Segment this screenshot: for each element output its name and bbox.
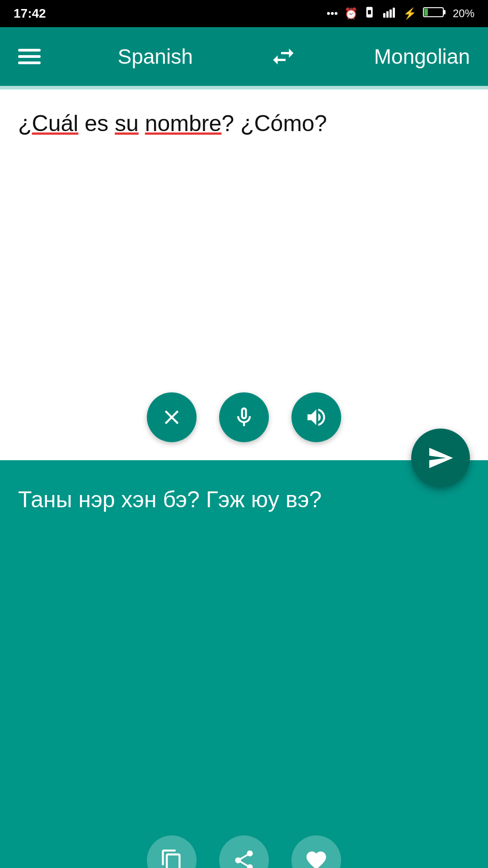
speak-button[interactable] <box>291 392 341 442</box>
svg-rect-4 <box>389 9 392 18</box>
sim-icon <box>364 6 377 21</box>
svg-rect-3 <box>386 11 389 18</box>
svg-rect-2 <box>383 13 385 18</box>
word-cual: Cuál <box>32 111 79 136</box>
clear-button[interactable] <box>147 392 197 442</box>
app-header: Spanish Mongolian <box>0 27 488 86</box>
translated-text: Таны нэр хэн бэ? Гэж юу вэ? <box>18 483 470 517</box>
input-area: ¿Cuál es su nombre? ¿Cómo? <box>0 90 488 460</box>
translate-button[interactable] <box>411 429 470 487</box>
input-wrapper: ¿Cuál es su nombre? ¿Cómo? <box>0 90 488 460</box>
share-button[interactable] <box>219 835 269 868</box>
word-su: su <box>115 111 139 136</box>
copy-button[interactable] <box>147 835 197 868</box>
source-text[interactable]: ¿Cuál es su nombre? ¿Cómo? <box>18 108 470 139</box>
bolt-icon: ⚡ <box>403 7 417 20</box>
svg-rect-1 <box>368 10 371 14</box>
alarm-icon: ⏰ <box>344 7 358 20</box>
translation-area: Таны нэр хэн бэ? Гэж юу вэ? <box>0 460 488 868</box>
status-icons: ••• ⏰ ⚡ 20% <box>327 6 474 21</box>
battery-icon <box>423 6 446 21</box>
favorite-button[interactable] <box>291 835 341 868</box>
dots-icon: ••• <box>327 7 338 20</box>
menu-button[interactable] <box>18 49 41 64</box>
word-nombre: nombre <box>145 111 222 136</box>
input-action-buttons <box>147 392 341 442</box>
source-language[interactable]: Spanish <box>118 44 193 69</box>
signal-icon <box>383 7 397 20</box>
target-language[interactable]: Mongolian <box>374 44 470 69</box>
header-divider <box>0 86 488 90</box>
swap-languages-button[interactable] <box>270 43 297 70</box>
svg-rect-7 <box>424 9 428 16</box>
svg-rect-5 <box>393 8 395 18</box>
translation-action-buttons <box>147 835 341 868</box>
status-bar: 17:42 ••• ⏰ ⚡ 20% <box>0 0 488 27</box>
svg-rect-8 <box>443 10 446 14</box>
microphone-button[interactable] <box>219 392 269 442</box>
battery-percent: 20% <box>453 7 474 20</box>
status-time: 17:42 <box>14 6 46 21</box>
